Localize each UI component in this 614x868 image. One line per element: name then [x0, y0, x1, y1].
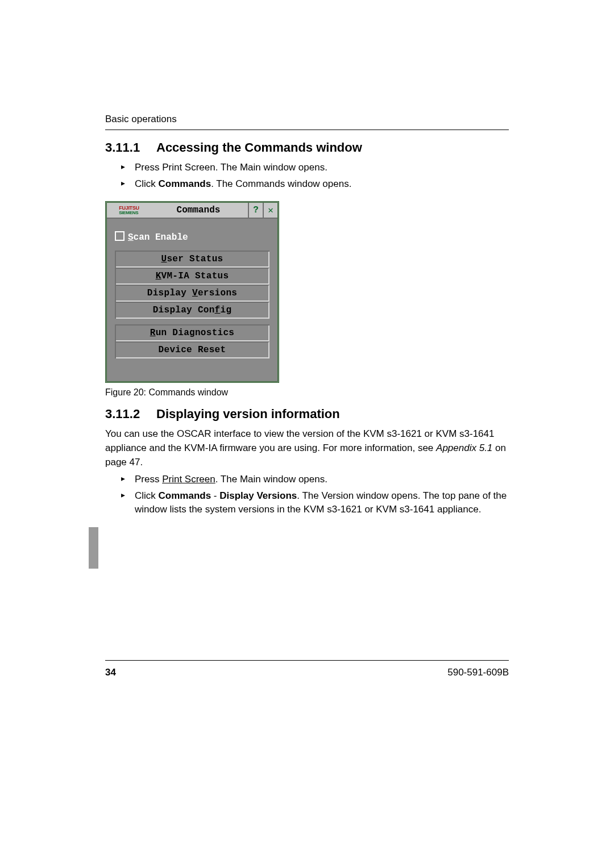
label-text: can Enable — [134, 232, 188, 243]
step-bold: Commands — [159, 178, 211, 189]
section-number: 3.11.1 — [105, 140, 156, 155]
figure-caption: Figure 20: Commands window — [105, 387, 509, 398]
section-3-11-2-heading: 3.11.2Displaying version information — [105, 407, 509, 422]
display-config-button[interactable]: Display Config — [116, 302, 269, 319]
step-bold: Display Versions — [219, 490, 297, 501]
body-paragraph: You can use the OSCAR interface to view … — [105, 427, 509, 469]
osd-window-title: Commands — [149, 203, 248, 218]
fujitsu-siemens-logo: FUJITSUSIEMENS — [107, 203, 149, 218]
commands-window-figure: FUJITSUSIEMENS Commands ? ✕ Scan Enable … — [105, 201, 279, 383]
user-status-button[interactable]: User Status — [116, 252, 269, 268]
para-italic: Appendix 5.1 — [436, 443, 492, 453]
step-item: Click Commands - Display Versions. The V… — [121, 489, 509, 517]
osd-body: Scan Enable User Status KVM-IA Status Di… — [107, 219, 277, 381]
header-rule — [105, 130, 509, 130]
osd-button-group-1: User Status KVM-IA Status Display Versio… — [115, 251, 269, 319]
page-number: 34 — [105, 667, 116, 678]
help-button[interactable]: ? — [248, 203, 263, 218]
step-item: Press Print Screen. The Main window open… — [121, 473, 509, 487]
kvm-ia-status-button[interactable]: KVM-IA Status — [116, 268, 269, 285]
footer-rule — [105, 660, 509, 661]
step-text: Press Print Screen. The Main window open… — [135, 162, 327, 173]
page-content: Basic operations 3.11.1Accessing the Com… — [105, 114, 509, 527]
step-item: Press Print Screen. The Main window open… — [121, 161, 509, 175]
step-item: Click Commands. The Commands window open… — [121, 177, 509, 191]
step-text: . The Commands window opens. — [211, 178, 351, 189]
step-underline: Print Screen — [162, 474, 215, 485]
checkbox-icon — [115, 231, 125, 241]
osd-titlebar: FUJITSUSIEMENS Commands ? ✕ — [107, 203, 277, 219]
section-title: Accessing the Commands window — [156, 140, 362, 155]
steps-list-1: Press Print Screen. The Main window open… — [105, 161, 509, 191]
step-text: . The Main window opens. — [215, 474, 327, 485]
scan-enable-checkbox[interactable]: Scan Enable — [115, 231, 269, 243]
running-header: Basic operations — [105, 114, 509, 125]
section-title: Displaying version information — [156, 407, 340, 421]
section-3-11-1-heading: 3.11.1Accessing the Commands window — [105, 140, 509, 155]
osd-button-group-2: Run Diagnostics Device Reset — [115, 324, 269, 358]
thumb-tab — [89, 527, 98, 569]
document-id: 590-591-609B — [447, 667, 509, 678]
step-text: Click — [135, 490, 159, 501]
step-text: - — [211, 490, 219, 501]
display-versions-button[interactable]: Display Versions — [116, 285, 269, 302]
step-text: Click — [135, 178, 159, 189]
mnemonic: S — [128, 232, 134, 243]
device-reset-button[interactable]: Device Reset — [116, 341, 269, 358]
steps-list-2: Press Print Screen. The Main window open… — [105, 473, 509, 517]
step-bold: Commands — [159, 490, 211, 501]
section-number: 3.11.2 — [105, 407, 156, 422]
run-diagnostics-button[interactable]: Run Diagnostics — [116, 326, 269, 341]
close-button[interactable]: ✕ — [263, 203, 277, 218]
step-text: Press — [135, 474, 162, 485]
